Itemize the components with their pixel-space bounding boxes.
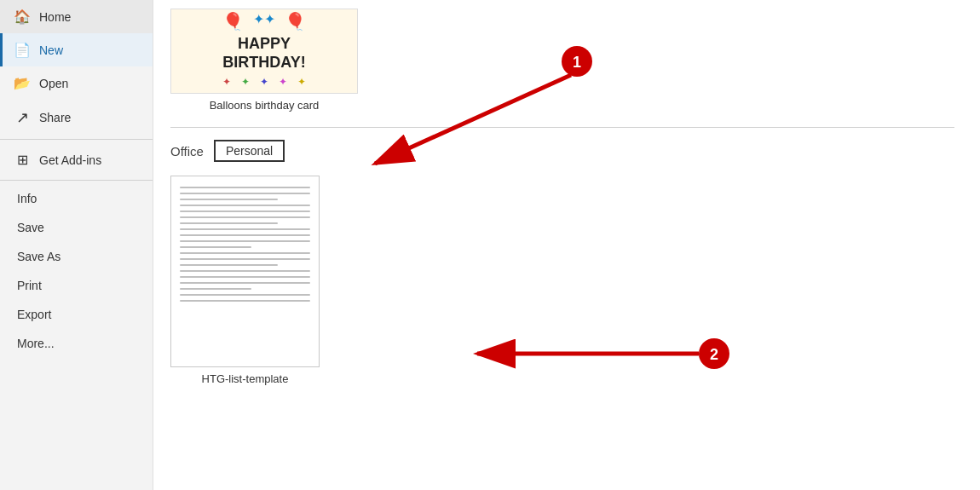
doc-template-card[interactable]: HTG-list-template [170,176,320,385]
birthday-decoration-bottom: ✦ ✦ ✦ ✦ ✦ [222,76,305,88]
sidebar-item-export[interactable]: Export [0,300,153,329]
doc-line [180,246,251,248]
open-icon: 📂 [14,75,31,91]
sidebar-item-label: New [39,43,63,57]
doc-line [180,234,310,236]
birthday-text: HAPPY BIRTHDAY! [222,35,305,72]
sidebar-item-more[interactable]: More... [0,329,153,358]
doc-line [180,228,310,230]
doc-line [180,199,278,200]
main-content: 🎈 ✦✦ 🎈 HAPPY BIRTHDAY! ✦ ✦ ✦ ✦ ✦ [153,0,980,490]
share-icon: ↗ [14,108,31,127]
doc-line [180,216,310,218]
sidebar-item-home[interactable]: 🏠 Home [0,0,153,33]
sidebar-item-open[interactable]: 📂 Open [0,66,153,100]
sidebar: 🏠 Home 📄 New 📂 Open ↗ Share ⊞ Get Add-in… [0,0,153,490]
doc-line [180,193,310,194]
tab-personal[interactable]: Personal [214,140,285,162]
doc-line [180,187,310,188]
doc-line [180,222,278,224]
addins-icon: ⊞ [14,152,31,168]
sidebar-item-label: Get Add-ins [39,153,101,167]
doc-line [180,252,310,254]
doc-line [180,205,310,206]
doc-template-label: HTG-list-template [202,372,289,385]
sidebar-item-save[interactable]: Save [0,213,153,242]
doc-line [180,282,310,284]
sidebar-item-label: Home [39,10,71,24]
sidebar-item-label: Share [39,111,71,124]
tab-office-label: Office [170,144,204,159]
birthday-card[interactable]: 🎈 ✦✦ 🎈 HAPPY BIRTHDAY! ✦ ✦ ✦ ✦ ✦ [170,9,358,112]
home-icon: 🏠 [14,9,31,25]
sidebar-item-new[interactable]: 📄 New [0,33,153,66]
section-divider [170,127,954,128]
sidebar-item-label: Open [39,77,68,90]
doc-line [180,210,310,212]
new-doc-icon: 📄 [14,42,31,58]
sidebar-item-share[interactable]: ↗ Share [0,100,153,135]
sidebar-divider-1 [0,139,153,140]
doc-line [180,294,310,296]
sidebar-item-saveas[interactable]: Save As [0,242,153,271]
doc-line [180,276,310,278]
doc-line [180,264,278,266]
sidebar-item-addins[interactable]: ⊞ Get Add-ins [0,143,153,176]
doc-line [180,258,310,260]
birthday-decoration: 🎈 ✦✦ 🎈 [222,11,305,32]
sidebar-item-print[interactable]: Print [0,271,153,300]
tab-row: Office Personal [170,140,954,162]
doc-line [180,270,310,272]
doc-thumb [170,176,320,367]
sidebar-divider-2 [0,180,153,181]
birthday-card-label: Balloons birthday card [170,99,358,112]
doc-line [180,300,310,302]
doc-line [180,288,251,290]
doc-line [180,240,310,242]
template-cards-row: HTG-list-template [170,176,954,385]
sidebar-item-info[interactable]: Info [0,184,153,213]
birthday-thumb: 🎈 ✦✦ 🎈 HAPPY BIRTHDAY! ✦ ✦ ✦ ✦ ✦ [170,9,358,94]
